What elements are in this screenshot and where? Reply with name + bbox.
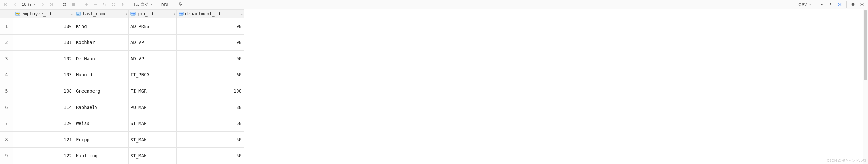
commit-button[interactable] [109,1,118,8]
row-number-cell[interactable]: 9 [0,147,13,164]
table-row[interactable]: 5108GreenbergFI_MGR100 [0,83,244,99]
svg-rect-0 [72,3,75,6]
cell-department_id[interactable]: 50 [177,115,244,132]
cell-department_id[interactable]: 50 [177,131,244,147]
cell-job_id[interactable]: PU_MAN [128,99,177,115]
cell-employee_id[interactable]: 121 [13,131,74,147]
cell-last_name[interactable]: King [74,18,128,35]
svg-point-1 [852,4,854,5]
submit-button[interactable] [118,1,127,8]
refresh-button[interactable] [60,1,69,8]
cell-last_name[interactable]: Raphaely [74,99,128,115]
cell-last_name[interactable]: Weiss [74,115,128,132]
separator [174,1,174,8]
sort-handle-icon[interactable]: ◂▸ [173,12,175,16]
row-number-cell[interactable]: 3 [0,51,13,67]
compare-button[interactable] [836,1,844,8]
cell-department_id[interactable]: 90 [177,34,244,51]
stop-button[interactable] [69,1,78,8]
cell-employee_id[interactable]: 120 [13,115,74,132]
cell-last_name[interactable]: Greenberg [74,83,128,99]
chevron-down-icon: ▾ [151,3,153,6]
cell-department_id[interactable]: 50 [177,147,244,164]
row-number-header[interactable] [0,10,13,18]
table-row[interactable]: 4103HunoldIT_PROG60 [0,67,244,83]
row-number-cell[interactable]: 2 [0,34,13,51]
cell-employee_id[interactable]: 101 [13,34,74,51]
toolbar: 18 行▾ Tx: 自动▾ DDL CSV▾ [0,0,868,9]
row-number-cell[interactable]: 4 [0,67,13,83]
cell-last_name[interactable]: Kochhar [74,34,128,51]
cell-employee_id[interactable]: 114 [13,99,74,115]
column-header-job_id[interactable]: job_id◂▸ [128,10,177,18]
svg-rect-8 [77,14,79,15]
import-button[interactable] [827,1,835,8]
sort-handle-icon[interactable]: ◂▸ [125,12,127,16]
cell-job_id[interactable]: ST_MAN [128,115,177,132]
separator [80,1,80,8]
cell-employee_id[interactable]: 102 [13,51,74,67]
row-number-cell[interactable]: 5 [0,83,13,99]
cell-employee_id[interactable]: 108 [13,83,74,99]
cell-employee_id[interactable]: 100 [13,18,74,35]
row-number-cell[interactable]: 8 [0,131,13,147]
cell-job_id[interactable]: IT_PROG [128,67,177,83]
scrollbar-thumb[interactable] [864,10,867,80]
settings-button[interactable] [858,1,866,8]
row-number-cell[interactable]: 7 [0,115,13,132]
cell-department_id[interactable]: 30 [177,99,244,115]
cell-job_id[interactable]: AD_VP [128,51,177,67]
column-header-department_id[interactable]: department_id◂▸ [177,10,244,18]
column-label: department_id [185,11,220,17]
table-row[interactable]: 7120WeissST_MAN50 [0,115,244,132]
table-row[interactable]: 8121FrippST_MAN50 [0,131,244,147]
row-count-label[interactable]: 18 行▾ [20,1,37,8]
svg-rect-6 [76,12,81,15]
table-row[interactable]: 2101KochharAD_VP90 [0,34,244,51]
cell-department_id[interactable]: 90 [177,18,244,35]
row-number-cell[interactable]: 1 [0,18,13,35]
row-number-cell[interactable]: 6 [0,99,13,115]
cell-department_id[interactable]: 60 [177,67,244,83]
export-button[interactable] [818,1,826,8]
cell-department_id[interactable]: 90 [177,51,244,67]
cell-job_id[interactable]: FI_MGR [128,83,177,99]
cell-last_name[interactable]: Hunold [74,67,128,83]
cell-employee_id[interactable]: 103 [13,67,74,83]
next-page-button[interactable] [38,1,46,8]
add-row-button[interactable] [82,1,91,8]
svg-rect-7 [77,13,80,13]
cell-job_id[interactable]: ST_MAN [128,147,177,164]
cell-last_name[interactable]: De Haan [74,51,128,67]
cell-employee_id[interactable]: 122 [13,147,74,164]
vertical-scrollbar[interactable] [863,9,868,164]
cell-department_id[interactable]: 100 [177,83,244,99]
table-row[interactable]: 1100KingAD_PRES90 [0,18,244,35]
cell-job_id[interactable]: AD_VP [128,34,177,51]
cell-job_id[interactable]: ST_MAN [128,131,177,147]
cell-job_id[interactable]: AD_PRES [128,18,177,35]
svg-point-2 [861,4,863,5]
column-label: last_name [82,11,107,17]
revert-button[interactable] [100,1,108,8]
prev-page-button[interactable] [11,1,19,8]
delete-row-button[interactable] [91,1,100,8]
table-row[interactable]: 3102De HaanAD_VP90 [0,51,244,67]
first-page-button[interactable] [2,1,10,8]
cell-last_name[interactable]: Fripp [74,131,128,147]
sort-handle-icon[interactable]: ◂▸ [240,12,242,16]
cell-last_name[interactable]: Kaufling [74,147,128,164]
table-row[interactable]: 9122KauflingST_MAN50 [0,147,244,164]
last-page-button[interactable] [47,1,56,8]
view-button[interactable] [849,1,857,8]
table-row[interactable]: 6114RaphaelyPU_MAN30 [0,99,244,115]
ddl-button[interactable]: DDL [159,1,172,8]
result-grid[interactable]: employee_id◂▸last_name◂▸job_id◂▸departme… [0,9,244,164]
column-header-last_name[interactable]: last_name◂▸ [74,10,128,18]
sort-handle-icon[interactable]: ◂▸ [70,12,72,16]
column-header-employee_id[interactable]: employee_id◂▸ [13,10,74,18]
column-icon [15,11,20,17]
export-format-dropdown[interactable]: CSV▾ [797,1,813,8]
tx-mode-dropdown[interactable]: Tx: 自动▾ [131,1,155,8]
pin-button[interactable] [176,1,185,8]
